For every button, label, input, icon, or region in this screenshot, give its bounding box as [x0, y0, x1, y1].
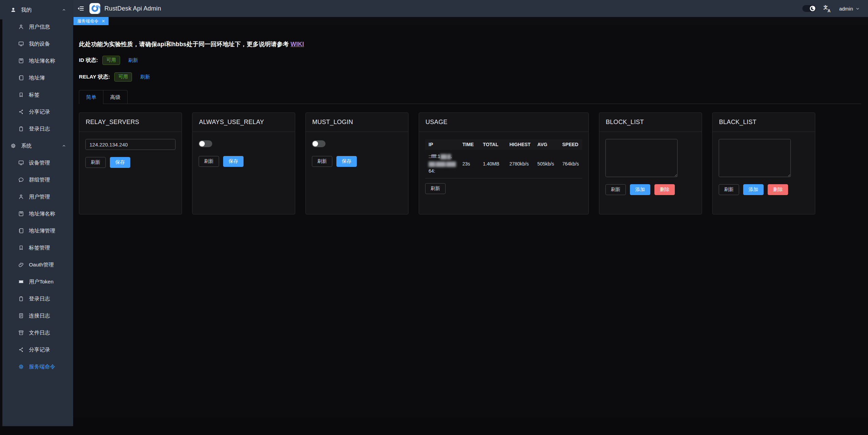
tab-server-command[interactable]: 服务端命令	[73, 17, 108, 25]
bookmark-icon	[18, 92, 24, 98]
notebook-icon	[18, 75, 24, 81]
card-must-login: MUST_LOGIN 刷新 保存	[305, 112, 408, 214]
id-status-refresh-link[interactable]: 刷新	[128, 57, 138, 64]
wiki-link[interactable]: WIKI	[290, 41, 304, 48]
svg-text:A: A	[828, 8, 831, 13]
sidebar-item[interactable]: 连接日志	[0, 307, 73, 324]
sidebar-item[interactable]: 分享记录	[0, 103, 73, 120]
sidebar-item[interactable]: 用户Token	[0, 273, 73, 290]
delete-button[interactable]: 删除	[654, 184, 675, 195]
dark-mode-toggle[interactable]	[802, 5, 816, 12]
usage-speed-cell: 764kb/s	[559, 150, 582, 178]
always-use-relay-switch[interactable]	[199, 140, 212, 147]
usage-ip-cell: ::ffff:1▓▓.▓. ▓▓.▓▓▓.▓▓▓ 64:	[425, 150, 459, 178]
chevron-up-icon	[62, 143, 66, 148]
sidebar-item[interactable]: 分享记录	[0, 341, 73, 358]
block-list-textarea[interactable]	[605, 139, 678, 177]
sidebar-item[interactable]: 地址簿	[0, 69, 73, 86]
language-icon[interactable]: 文 A	[823, 4, 832, 13]
bookmark-icon	[18, 245, 24, 251]
sidebar-collapse-icon[interactable]	[77, 5, 85, 12]
mode-tab[interactable]: 高级	[103, 90, 127, 104]
gear-icon	[10, 143, 16, 149]
sidebar-item[interactable]: 地址簿名称	[0, 52, 73, 69]
sidebar-item[interactable]: 登录日志	[0, 290, 73, 307]
sidebar-menu: 我的用户信息我的设备地址簿名称地址簿标签分享记录登录日志系统设备管理群组管理用户…	[0, 0, 73, 375]
sidebar-item[interactable]: 地址簿名称	[0, 205, 73, 222]
relay-servers-input[interactable]	[85, 139, 176, 150]
sidebar-item[interactable]: 用户信息	[0, 18, 73, 35]
refresh-button[interactable]: 刷新	[85, 157, 106, 168]
must-login-switch[interactable]	[312, 140, 326, 147]
refresh-button[interactable]: 刷新	[719, 184, 739, 195]
refresh-button[interactable]: 刷新	[605, 184, 626, 195]
archive-icon	[18, 330, 24, 336]
mode-tab[interactable]: 简单	[79, 90, 103, 104]
add-button[interactable]: 添加	[630, 184, 650, 195]
refresh-button[interactable]: 刷新	[312, 156, 332, 167]
relay-status-badge: 可用	[114, 72, 132, 82]
share-icon	[18, 347, 24, 353]
table-row: ::ffff:1▓▓.▓. ▓▓.▓▓▓.▓▓▓ 64: 23s 1.40MB …	[425, 150, 582, 178]
card-title: RELAY_SERVERS	[79, 113, 182, 132]
add-button[interactable]: 添加	[743, 184, 764, 195]
user-menu[interactable]: admin	[839, 6, 860, 12]
ticket-icon	[18, 279, 24, 285]
cards-row: RELAY_SERVERS 刷新 保存 ALWAYS_USE_RELAY 刷新 …	[79, 112, 861, 214]
moon-icon	[810, 6, 815, 11]
usage-column-header: TIME	[459, 139, 479, 150]
save-button[interactable]: 保存	[110, 157, 130, 168]
tab-label: 服务端命令	[77, 18, 99, 24]
relay-status-refresh-link[interactable]: 刷新	[140, 74, 150, 80]
notebook-icon	[18, 228, 24, 234]
user-icon	[18, 194, 24, 200]
user-icon	[18, 24, 24, 30]
sidebar-item[interactable]: 标签管理	[0, 239, 73, 256]
sidebar-item-label: 分享记录	[29, 346, 50, 353]
sidebar-item[interactable]: 登录日志	[0, 120, 73, 137]
card-title: USAGE	[419, 113, 588, 132]
main-content: 此处功能为实验性质，请确保api和hbbs处于同一回环地址下，更多说明请参考 W…	[73, 25, 868, 417]
sidebar-item[interactable]: 群组管理	[0, 171, 73, 188]
sidebar-section-header[interactable]: 我的	[0, 1, 73, 18]
sidebar-item-label: 用户信息	[29, 23, 50, 31]
usage-total-cell: 1.40MB	[480, 150, 506, 178]
sidebar-item[interactable]: 地址簿管理	[0, 222, 73, 239]
black-list-textarea[interactable]	[719, 139, 791, 177]
card-relay-servers: RELAY_SERVERS 刷新 保存	[79, 112, 182, 214]
notice-text: 此处功能为实验性质，请确保api和hbbs处于同一回环地址下，更多说明请参考	[79, 41, 290, 48]
tabbar: 服务端命令	[73, 17, 868, 25]
sidebar-item[interactable]: 标签	[0, 86, 73, 103]
card-block-list: BLOCK_LIST 刷新 添加 删除	[599, 112, 702, 214]
refresh-button[interactable]: 刷新	[199, 156, 219, 167]
chevron-down-icon	[855, 6, 860, 11]
save-button[interactable]: 保存	[223, 156, 244, 167]
sidebar-item[interactable]: 设备管理	[0, 154, 73, 171]
sidebar-section-header[interactable]: 系统	[0, 137, 73, 154]
tab-close-icon[interactable]	[102, 19, 105, 23]
card-always-use-relay: ALWAYS_USE_RELAY 刷新 保存	[192, 112, 295, 214]
sidebar-item-label: 我的设备	[29, 40, 50, 48]
usage-table: IPTIMETOTALHIGHESTAVGSPEED ::ffff:1▓▓.▓.…	[425, 139, 582, 178]
sidebar-item[interactable]: 服务端命令	[0, 358, 73, 375]
sidebar-item[interactable]: 文件日志	[0, 324, 73, 341]
sidebar-item-label: 文件日志	[29, 329, 50, 336]
sidebar-item-label: 分享记录	[29, 108, 50, 116]
sidebar-item-label: 地址簿名称	[29, 210, 55, 218]
relay-status-row: RELAY 状态: 可用 刷新	[79, 72, 861, 82]
paperclip-icon	[18, 262, 24, 268]
refresh-button[interactable]: 刷新	[425, 183, 446, 194]
card-title: BLOCK_LIST	[599, 113, 702, 132]
id-status-label: ID 状态:	[79, 57, 98, 64]
card-title: ALWAYS_USE_RELAY	[193, 113, 295, 132]
usage-column-header: SPEED	[559, 139, 582, 150]
user-filled-icon	[10, 7, 16, 13]
app-root: 我的用户信息我的设备地址簿名称地址簿标签分享记录登录日志系统设备管理群组管理用户…	[0, 0, 868, 426]
delete-button[interactable]: 删除	[768, 184, 788, 195]
sidebar-item[interactable]: 我的设备	[0, 35, 73, 52]
mode-tabs: 简单高级	[79, 90, 861, 104]
sidebar-item[interactable]: 用户管理	[0, 188, 73, 205]
save-button[interactable]: 保存	[336, 156, 357, 167]
sidebar-item[interactable]: Oauth管理	[0, 256, 73, 273]
id-status-badge: 可用	[102, 56, 120, 65]
